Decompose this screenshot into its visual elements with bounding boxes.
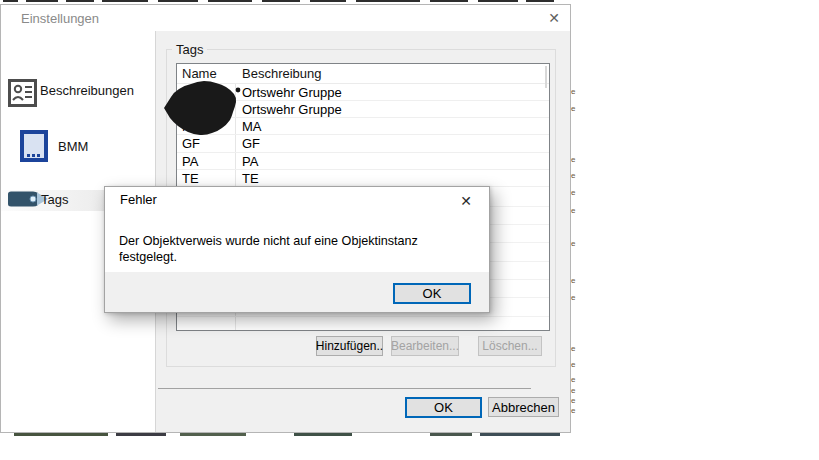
error-ok-button[interactable]: OK — [393, 283, 471, 304]
table-row[interactable]: TE TE — [177, 170, 549, 187]
cell-beschreibung: PA — [235, 153, 258, 169]
footer-divider — [158, 388, 531, 389]
screen-edge-artifact — [66, 0, 94, 2]
screen-edge-artifact — [526, 0, 554, 2]
screen-edge-artifact: e — [571, 397, 578, 405]
cell-name: PA — [177, 153, 235, 169]
screen-edge-artifact — [116, 433, 166, 436]
sidebar-item-label: BMM — [58, 139, 88, 154]
screen-edge-artifact — [294, 433, 352, 436]
edit-button: Bearbeiten... — [391, 336, 459, 356]
screen-edge-artifact — [262, 0, 300, 2]
screen-edge-artifact: e — [571, 240, 578, 248]
screen-edge-artifact: e — [571, 407, 578, 415]
cell-name: TE — [177, 170, 235, 186]
screen-edge-artifact — [3, 0, 18, 2]
screen-edge-artifact — [356, 0, 420, 2]
cell-beschreibung: Ortswehr Gruppe — [235, 101, 342, 117]
error-dialog: Fehler ✕ Der Objektverweis wurde nicht a… — [104, 186, 490, 313]
sidebar-item-label: Beschreibungen — [40, 83, 134, 98]
screen-edge-artifact: e — [571, 105, 578, 113]
table-scrollbar[interactable] — [545, 66, 547, 88]
screen-edge-artifact: e — [571, 189, 578, 197]
redaction-scribble — [159, 77, 243, 143]
screen-edge-artifact — [102, 0, 148, 2]
close-icon[interactable]: ✕ — [544, 8, 564, 28]
close-icon[interactable]: ✕ — [456, 191, 476, 211]
screen-edge-artifact: e — [571, 88, 578, 96]
screen-edge-artifact — [26, 0, 58, 2]
screen-edge-artifact: e — [571, 156, 578, 164]
ok-button[interactable]: OK — [405, 397, 482, 418]
screen-edge-artifact — [310, 0, 346, 2]
screen-edge-artifact — [430, 433, 472, 436]
cell-beschreibung: TE — [235, 170, 259, 186]
error-dialog-title: Fehler — [120, 192, 157, 207]
delete-button: Löschen... — [478, 336, 542, 356]
screen-edge-artifact — [180, 433, 246, 436]
screen-edge-artifact: e — [571, 387, 578, 395]
window-titlebar: Einstellungen ✕ — [1, 5, 570, 31]
screen-edge-artifact — [208, 0, 252, 2]
screen-edge-artifact — [480, 433, 560, 436]
tags-groupbox-title: Tags — [172, 42, 207, 57]
screen-edge-artifact: e — [571, 207, 578, 215]
table-row[interactable]: PA PA — [177, 153, 549, 170]
screen-edge-artifact: e — [571, 294, 578, 302]
cancel-button[interactable]: Abbrechen — [488, 397, 559, 417]
screen-edge-artifact — [478, 0, 518, 2]
column-header-beschreibung[interactable]: Beschreibung — [235, 64, 322, 83]
screen-edge-artifact: e — [571, 172, 578, 180]
screen-edge-artifact: e — [571, 345, 578, 353]
cell-beschreibung: Ortswehr Gruppe — [235, 84, 342, 100]
error-message: Der Objektverweis wurde nicht auf eine O… — [119, 233, 479, 265]
screen-edge-artifact — [14, 433, 108, 436]
add-button[interactable]: Hinzufügen.. — [316, 336, 383, 356]
screen-edge-artifact — [430, 0, 468, 2]
table-empty-row — [177, 316, 549, 317]
screen-edge-artifact: e — [571, 376, 578, 384]
screen-edge-artifact: e — [571, 361, 578, 369]
sidebar-item-label: Tags — [41, 192, 68, 207]
screen-edge-artifact: e — [571, 277, 578, 285]
window-title: Einstellungen — [21, 11, 99, 26]
screen-edge-artifact — [158, 0, 198, 2]
